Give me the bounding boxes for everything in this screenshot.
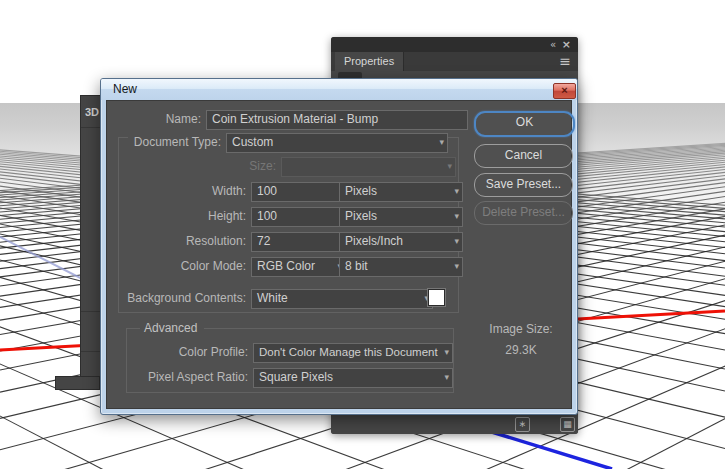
cancel-button[interactable]: Cancel bbox=[474, 144, 573, 168]
panel-divider bbox=[81, 351, 100, 352]
advanced-border bbox=[204, 328, 453, 329]
dialog-titlebar[interactable]: New × bbox=[101, 79, 577, 100]
width-label: Width: bbox=[107, 182, 246, 200]
pixel-aspect-ratio-label: Pixel Aspect Ratio: bbox=[107, 368, 248, 386]
3d-panel-tab-label: 3D bbox=[85, 106, 99, 118]
size-dropdown: ▾ bbox=[281, 157, 456, 177]
width-unit-dropdown[interactable]: Pixels ▾ bbox=[339, 182, 463, 202]
properties-panel-header: « × bbox=[331, 37, 578, 52]
name-input[interactable]: Coin Extrusion Material - Bump bbox=[206, 110, 468, 130]
3d-panel-footer bbox=[55, 376, 100, 390]
height-label: Height: bbox=[107, 207, 246, 225]
chevron-down-icon: ▾ bbox=[454, 235, 459, 247]
background-contents-label: Background Contents: bbox=[107, 289, 246, 307]
color-mode-dropdown[interactable]: RGB Color ▾ bbox=[251, 257, 346, 277]
render-icon[interactable]: ∗ bbox=[515, 417, 530, 432]
background-color-swatch[interactable] bbox=[428, 289, 445, 306]
tab-properties[interactable]: Properties bbox=[335, 52, 404, 71]
grid-icon[interactable]: ▦ bbox=[560, 417, 575, 432]
resolution-input[interactable]: 72 bbox=[251, 232, 346, 252]
close-icon[interactable]: × bbox=[553, 83, 576, 99]
dialog-content: Name: Coin Extrusion Material - Bump Doc… bbox=[106, 100, 572, 409]
delete-preset-button: Delete Preset... bbox=[474, 201, 573, 225]
3d-panel[interactable]: 3D bbox=[80, 95, 100, 378]
resolution-unit-dropdown[interactable]: Pixels/Inch ▾ bbox=[339, 232, 463, 252]
image-size-label: Image Size: bbox=[461, 322, 581, 337]
advanced-border bbox=[126, 392, 454, 393]
color-mode-label: Color Mode: bbox=[107, 257, 246, 275]
properties-tab-row: Properties ≡ bbox=[331, 52, 578, 71]
chevron-down-icon: ▾ bbox=[439, 136, 444, 148]
panel-divider bbox=[81, 127, 100, 128]
pixel-aspect-ratio-dropdown[interactable]: Square Pixels ▾ bbox=[253, 368, 453, 388]
advanced-border bbox=[126, 328, 140, 329]
chevron-down-icon: ▾ bbox=[444, 346, 449, 358]
collapse-panel-icon[interactable]: « bbox=[550, 37, 555, 52]
new-document-dialog: New × Name: Coin Extrusion Material - Bu… bbox=[100, 78, 578, 415]
panel-menu-icon[interactable]: ≡ bbox=[559, 53, 571, 69]
color-profile-dropdown[interactable]: Don't Color Manage this Document ▾ bbox=[253, 343, 453, 363]
name-label: Name: bbox=[107, 110, 201, 128]
width-input[interactable]: 100 bbox=[251, 182, 346, 202]
chevron-down-icon: ▾ bbox=[454, 185, 459, 197]
ok-button[interactable]: OK bbox=[474, 111, 575, 137]
close-panel-icon[interactable]: × bbox=[562, 37, 571, 52]
document-type-label: Document Type: bbox=[107, 133, 221, 151]
image-size-value: 29.3K bbox=[461, 343, 581, 358]
background-contents-dropdown[interactable]: White ▾ bbox=[251, 289, 433, 309]
resolution-label: Resolution: bbox=[107, 232, 246, 250]
size-label: Size: bbox=[167, 157, 276, 175]
height-input[interactable]: 100 bbox=[251, 207, 346, 227]
advanced-border bbox=[453, 328, 454, 393]
bit-depth-dropdown[interactable]: 8 bit ▾ bbox=[339, 257, 463, 277]
height-unit-dropdown[interactable]: Pixels ▾ bbox=[339, 207, 463, 227]
chevron-down-icon: ▾ bbox=[444, 371, 449, 383]
advanced-legend: Advanced bbox=[144, 321, 197, 335]
chevron-down-icon: ▾ bbox=[454, 260, 459, 272]
groupbox-border bbox=[118, 312, 459, 313]
document-type-dropdown[interactable]: Custom ▾ bbox=[226, 133, 448, 153]
chevron-down-icon: ▾ bbox=[454, 210, 459, 222]
chevron-down-icon: ▾ bbox=[447, 160, 452, 172]
image-size: Image Size: 29.3K bbox=[461, 322, 581, 358]
dialog-title: New bbox=[113, 82, 137, 96]
save-preset-button[interactable]: Save Preset... bbox=[474, 173, 573, 197]
panel-divider bbox=[81, 311, 100, 312]
properties-bottom-bar: ∗ ▦ bbox=[331, 413, 578, 434]
groupbox-border bbox=[118, 137, 119, 313]
color-profile-label: Color Profile: bbox=[107, 343, 248, 361]
